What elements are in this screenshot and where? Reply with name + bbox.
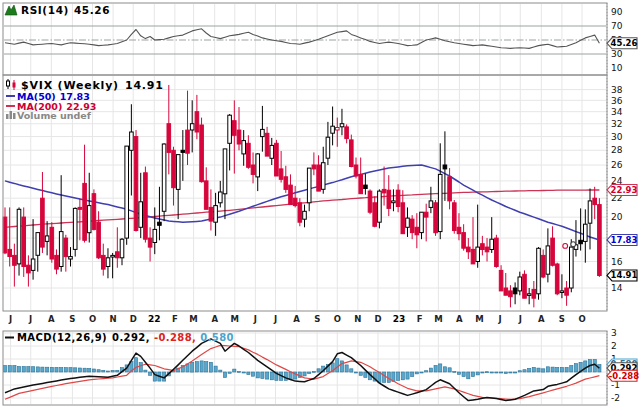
rsi-value-label-text: 45.26 bbox=[611, 38, 638, 48]
histogram-bar bbox=[528, 368, 531, 372]
histogram-bar bbox=[219, 370, 222, 372]
histogram-bar bbox=[102, 370, 105, 372]
rsi-line bbox=[5, 29, 599, 49]
candle-body bbox=[345, 127, 349, 139]
month-label: O bbox=[89, 314, 96, 324]
candle-body bbox=[359, 174, 363, 193]
candle-body bbox=[181, 150, 185, 152]
candle-body bbox=[261, 129, 265, 136]
histogram-bar bbox=[471, 372, 474, 377]
histogram-bar bbox=[537, 368, 540, 372]
candle-body bbox=[251, 165, 255, 174]
candle-body bbox=[111, 255, 115, 257]
candle-body bbox=[565, 288, 569, 295]
month-label: O bbox=[578, 314, 585, 324]
candle-body bbox=[527, 294, 531, 296]
histogram-bar bbox=[74, 368, 77, 372]
red-circle-marker bbox=[563, 244, 568, 249]
candle-body bbox=[162, 144, 166, 211]
candle-body bbox=[200, 125, 204, 182]
price-axis-tick: 16 bbox=[611, 257, 623, 267]
candle-body bbox=[490, 239, 494, 249]
macd-legend-text: MACD(12,26,9)0.292,-0.288,0.580 bbox=[17, 332, 234, 343]
histogram-bar bbox=[453, 371, 456, 372]
candle-body bbox=[45, 236, 49, 242]
candle-body bbox=[176, 155, 180, 190]
candle-body bbox=[560, 291, 564, 293]
histogram-bar bbox=[504, 372, 507, 374]
candle-body bbox=[410, 219, 414, 233]
histogram-bar bbox=[434, 366, 437, 373]
candle-body bbox=[172, 150, 176, 187]
candle-body bbox=[584, 224, 588, 241]
candle-body bbox=[555, 264, 559, 294]
vix-weekly-chart[interactable]: 383634323028262422201816149070503010321-… bbox=[0, 0, 640, 410]
histogram-bar bbox=[312, 371, 315, 372]
rsi-legend-text: RSI(14)45.26 bbox=[21, 4, 110, 16]
month-label: 22 bbox=[148, 314, 161, 324]
histogram-bar bbox=[36, 367, 39, 372]
candle-body bbox=[462, 233, 466, 249]
candle-body bbox=[144, 173, 148, 239]
candle-body bbox=[551, 238, 555, 265]
price-axis-tick: 34 bbox=[611, 107, 623, 117]
histogram-bar bbox=[439, 364, 442, 372]
histogram-bar bbox=[247, 372, 250, 375]
candle-body bbox=[509, 291, 513, 297]
candle-body bbox=[513, 288, 517, 294]
histogram-bar bbox=[195, 362, 198, 372]
histogram-bar bbox=[457, 372, 460, 374]
month-label: M bbox=[189, 314, 197, 324]
price-axis-tick: 14 bbox=[611, 283, 623, 293]
histogram-bar bbox=[266, 372, 269, 379]
histogram-bar bbox=[518, 371, 521, 372]
histogram-bar bbox=[546, 367, 549, 372]
histogram-bar bbox=[200, 361, 203, 372]
histogram-bar bbox=[467, 372, 470, 379]
histogram-bar bbox=[237, 371, 240, 372]
histogram-bar bbox=[448, 368, 451, 372]
histogram-bar bbox=[116, 370, 119, 372]
month-label: F bbox=[172, 314, 178, 324]
candle-body bbox=[340, 124, 344, 127]
candle-body bbox=[27, 265, 31, 273]
candle-body bbox=[204, 181, 208, 209]
candle-body bbox=[270, 145, 274, 158]
candle-body bbox=[87, 206, 91, 233]
histogram-bar bbox=[3, 366, 6, 373]
macd-axis-tick: 2 bbox=[611, 341, 617, 351]
histogram-bar bbox=[532, 367, 535, 372]
candle-body bbox=[41, 198, 45, 247]
histogram-bar bbox=[542, 369, 545, 372]
histogram-bar bbox=[350, 369, 353, 372]
price-ma200-label-text: 22.93 bbox=[611, 185, 638, 195]
month-label: D bbox=[374, 314, 381, 324]
histogram-bar bbox=[17, 367, 20, 373]
price-axis-tick: 36 bbox=[611, 96, 623, 106]
month-label: S bbox=[69, 314, 75, 324]
candle-body bbox=[134, 137, 138, 231]
candle-body bbox=[457, 227, 461, 233]
histogram-bar bbox=[205, 362, 208, 372]
month-label: M bbox=[434, 314, 442, 324]
candle-body bbox=[293, 198, 297, 205]
candle-body bbox=[392, 201, 396, 203]
histogram-bar bbox=[106, 371, 109, 372]
candle-body bbox=[453, 203, 457, 231]
histogram-bar bbox=[500, 372, 503, 373]
candle-body bbox=[495, 238, 499, 266]
price-close-label-text: 14.91 bbox=[611, 270, 638, 280]
candle-body bbox=[13, 255, 17, 265]
candle-body bbox=[223, 149, 227, 194]
candle-body bbox=[64, 238, 68, 257]
candle-body bbox=[78, 207, 82, 209]
month-label: O bbox=[334, 314, 341, 324]
macd-legend: MACD(12,26,9)0.292,-0.288,0.580 bbox=[5, 332, 234, 343]
histogram-bar bbox=[462, 372, 465, 377]
rsi-axis-tick: 10 bbox=[611, 63, 623, 73]
price-ma50-label-text: 17.83 bbox=[611, 235, 638, 245]
histogram-bar bbox=[134, 358, 137, 372]
candle-body bbox=[289, 185, 293, 205]
histogram-bar bbox=[336, 359, 339, 372]
month-label: A bbox=[211, 314, 218, 324]
